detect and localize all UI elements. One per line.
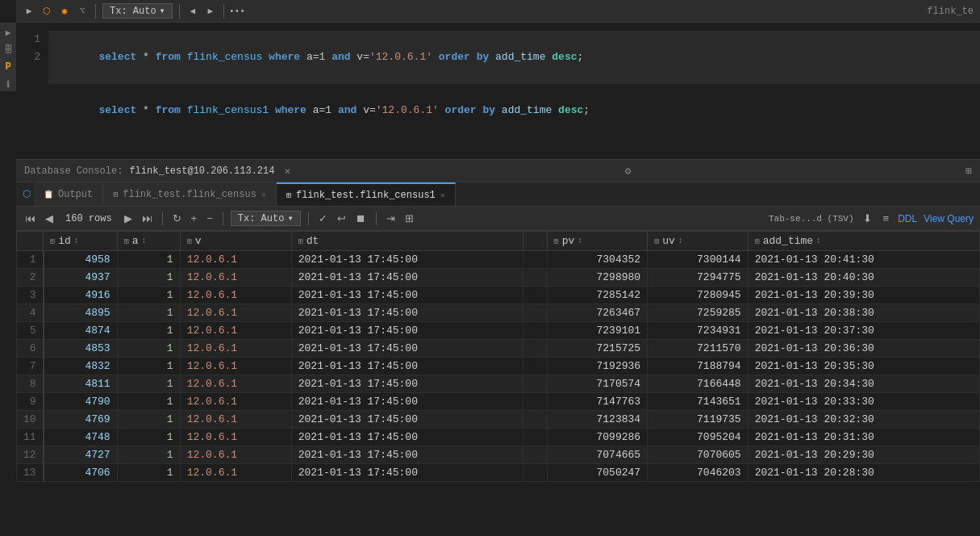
- table-row[interactable]: 4 4895 1 12.0.6.1 2021-01-13 17:45:00 72…: [17, 304, 980, 322]
- row-number: 7: [17, 358, 44, 375]
- cell-pv: 7304352: [547, 251, 648, 269]
- cell-empty: [523, 411, 548, 429]
- package-icon[interactable]: ◉: [58, 5, 71, 18]
- table-row[interactable]: 3 4916 1 12.0.6.1 2021-01-13 17:45:00 72…: [17, 287, 980, 304]
- sql-line-1[interactable]: select * from flink_census where a=1 and…: [48, 31, 980, 84]
- sql-line-2[interactable]: select * from flink_census1 where a=1 an…: [48, 84, 980, 137]
- console-settings-icon[interactable]: ⚙: [625, 165, 632, 178]
- refresh-button[interactable]: ↻: [170, 212, 184, 224]
- tx-label: Tx: Auto: [110, 6, 156, 17]
- next-page-button[interactable]: ▶: [122, 212, 135, 224]
- cell-dt: 2021-01-13 17:45:00: [291, 393, 523, 411]
- commit-button[interactable]: ✓: [316, 212, 330, 224]
- cell-dt: 2021-01-13 17:45:00: [291, 287, 523, 304]
- ddl-button[interactable]: DDL: [898, 213, 917, 224]
- db-console-name[interactable]: flink_test@10.206.113.214: [129, 165, 274, 177]
- table-row[interactable]: 1 4958 1 12.0.6.1 2021-01-13 17:45:00 73…: [17, 251, 980, 269]
- tsv-download-icon[interactable]: ⬇: [861, 212, 874, 224]
- table-row[interactable]: 7 4832 1 12.0.6.1 2021-01-13 17:45:00 71…: [17, 358, 980, 375]
- cell-pv: 7192936: [547, 358, 648, 375]
- cell-add-time: 2021-01-13 20:36:30: [748, 340, 979, 358]
- table-row[interactable]: 2 4937 1 12.0.6.1 2021-01-13 17:45:00 72…: [17, 269, 980, 287]
- table-row[interactable]: 9 4790 1 12.0.6.1 2021-01-13 17:45:00 71…: [17, 393, 980, 411]
- branch-icon[interactable]: ⌥: [76, 5, 89, 18]
- col-dt[interactable]: ⊞dt: [291, 232, 523, 251]
- col-pv[interactable]: ⊞pv↕: [547, 232, 648, 251]
- cell-add-time: 2021-01-13 20:39:30: [748, 287, 979, 304]
- tab-census-close[interactable]: ✕: [261, 190, 266, 199]
- row-number: 9: [17, 393, 44, 411]
- add-row-button[interactable]: +: [189, 212, 200, 224]
- cell-v: 12.0.6.1: [180, 446, 291, 464]
- table-row[interactable]: 10 4769 1 12.0.6.1 2021-01-13 17:45:00 7…: [17, 411, 980, 429]
- rollback-button[interactable]: ↩: [335, 212, 348, 224]
- console-close-icon[interactable]: ✕: [284, 165, 290, 178]
- table-row[interactable]: 6 4853 1 12.0.6.1 2021-01-13 17:45:00 72…: [17, 340, 980, 358]
- forward-icon[interactable]: ▶: [204, 5, 217, 18]
- cell-add-time: 2021-01-13 20:33:30: [748, 393, 979, 411]
- sep-1: [162, 212, 163, 225]
- table-row[interactable]: 13 4706 1 12.0.6.1 2021-01-13 17:45:00 7…: [17, 464, 980, 482]
- cell-empty: [523, 464, 548, 482]
- cell-empty: [523, 340, 548, 358]
- export-button[interactable]: ⇥: [384, 212, 398, 224]
- cell-uv: 7300144: [648, 251, 749, 269]
- filter-button[interactable]: ⊞: [402, 212, 416, 224]
- table-row[interactable]: 11 4748 1 12.0.6.1 2021-01-13 17:45:00 7…: [17, 429, 980, 446]
- cell-dt: 2021-01-13 17:45:00: [291, 340, 523, 358]
- editor-content[interactable]: select * from flink_census where a=1 and…: [48, 29, 980, 153]
- cell-pv: 7263467: [547, 304, 648, 322]
- cell-empty: [523, 287, 548, 304]
- play-icon[interactable]: ▶: [4, 26, 13, 40]
- last-page-button[interactable]: ⏭: [140, 212, 155, 224]
- col-empty[interactable]: [523, 232, 548, 251]
- tx-auto-results-button[interactable]: Tx: Auto ▾: [231, 211, 301, 226]
- row-number: 2: [17, 269, 44, 287]
- tab-census1[interactable]: ⊞ flink_test.flink_census1 ✕: [277, 182, 456, 206]
- cell-dt: 2021-01-13 17:45:00: [291, 304, 523, 322]
- table-row[interactable]: 8 4811 1 12.0.6.1 2021-01-13 17:45:00 71…: [17, 375, 980, 393]
- info-icon[interactable]: ℹ: [5, 77, 11, 91]
- db-console-bar: Database Console: flink_test@10.206.113.…: [16, 160, 980, 182]
- first-page-button[interactable]: ⏮: [23, 212, 38, 224]
- git-icon[interactable]: ⬡: [40, 5, 53, 18]
- db-icon[interactable]: 🗄: [2, 43, 15, 57]
- cell-a: 1: [117, 269, 180, 287]
- tab-census[interactable]: ⊞ flink_test.flink_census ✕: [103, 182, 277, 206]
- cell-a: 1: [117, 340, 180, 358]
- p-icon[interactable]: P: [3, 60, 12, 74]
- cell-uv: 7095204: [648, 429, 749, 446]
- tab-census1-close[interactable]: ✕: [440, 191, 445, 200]
- col-a[interactable]: ⊞a↕: [117, 232, 180, 251]
- cell-id: 4958: [44, 251, 118, 269]
- cell-uv: 7294775: [648, 269, 749, 287]
- cell-a: 1: [117, 411, 180, 429]
- dots-icon[interactable]: •••: [231, 5, 244, 18]
- cell-id: 4874: [44, 322, 118, 340]
- prev-page-button[interactable]: ◀: [43, 212, 56, 224]
- col-v[interactable]: ⊞v: [180, 232, 291, 251]
- tsv-settings-icon[interactable]: ≡: [881, 212, 892, 224]
- col-add-time[interactable]: ⊞add_time↕: [748, 232, 979, 251]
- table-row[interactable]: 12 4727 1 12.0.6.1 2021-01-13 17:45:00 7…: [17, 446, 980, 464]
- cell-empty: [523, 375, 548, 393]
- table-row[interactable]: 5 4874 1 12.0.6.1 2021-01-13 17:45:00 72…: [17, 322, 980, 340]
- tab-output[interactable]: 📋 Output: [34, 182, 103, 206]
- cell-empty: [523, 358, 548, 375]
- tsv-label: Tab-se...d (TSV): [769, 214, 854, 224]
- delete-row-button[interactable]: −: [204, 212, 215, 224]
- data-table-container: ⊞id↕ ⊞a↕ ⊞v ⊞dt ⊞pv↕ ⊞uv↕ ⊞add_time↕ 1 4…: [16, 231, 980, 536]
- cell-add-time: 2021-01-13 20:40:30: [748, 269, 979, 287]
- cell-id: 4916: [44, 287, 118, 304]
- col-uv[interactable]: ⊞uv↕: [648, 232, 749, 251]
- stop-button[interactable]: ⏹: [353, 212, 369, 224]
- run-icon[interactable]: ▶: [23, 5, 35, 18]
- col-id[interactable]: ⊞id↕: [44, 232, 118, 251]
- view-query-button[interactable]: View Query: [924, 213, 974, 224]
- console-expand-icon[interactable]: ⊞: [965, 165, 972, 178]
- cell-empty: [523, 446, 548, 464]
- sql-editor[interactable]: 1 2 select * from flink_census where a=1…: [16, 23, 980, 160]
- tx-auto-button[interactable]: Tx: Auto ▾: [102, 3, 173, 19]
- back-icon[interactable]: ◀: [186, 5, 199, 18]
- cell-add-time: 2021-01-13 20:32:30: [748, 411, 979, 429]
